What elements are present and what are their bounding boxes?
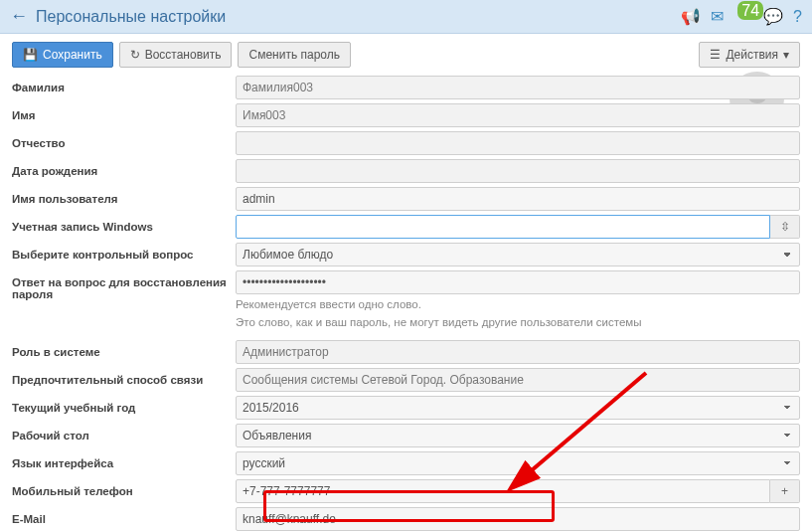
- mobile-input[interactable]: [236, 479, 770, 503]
- language-select[interactable]: русский: [236, 451, 800, 475]
- chat-icon[interactable]: 💬: [763, 7, 783, 26]
- label-email: E-Mail: [12, 507, 236, 525]
- hint-answer-2: Это слово, как и ваш пароль, не могут ви…: [236, 314, 800, 330]
- plus-icon: +: [781, 484, 788, 498]
- school-year-select[interactable]: 2015/2016: [236, 396, 800, 420]
- label-sec-question: Выберите контрольный вопрос: [12, 243, 236, 261]
- form: Фамилия Имя Отчество Дата рождения Имя п…: [0, 76, 812, 532]
- header-icon-group: 📢 ✉ 74 💬 ?: [681, 7, 802, 26]
- label-patronymic: Отчество: [12, 131, 236, 149]
- announcement-icon[interactable]: 📢: [681, 7, 701, 26]
- restore-button-label: Восстановить: [145, 48, 222, 62]
- page-title: Персональные настройки: [36, 8, 226, 26]
- restore-button[interactable]: ↻ Восстановить: [119, 42, 233, 68]
- windows-account-input[interactable]: [236, 215, 770, 239]
- label-contact-pref: Предпочтительный способ связи: [12, 368, 236, 386]
- label-role: Роль в системе: [12, 340, 236, 358]
- actions-dropdown[interactable]: ☰ Действия ▾: [699, 42, 800, 68]
- change-password-button[interactable]: Сменить пароль: [238, 42, 351, 68]
- save-button-label: Сохранить: [43, 48, 102, 62]
- help-icon[interactable]: ?: [793, 8, 802, 26]
- login-icon: ⇳: [780, 220, 790, 234]
- back-arrow-icon[interactable]: ←: [10, 6, 28, 27]
- hint-answer-1: Рекомендуется ввести одно слово.: [236, 296, 800, 312]
- surname-input[interactable]: [236, 76, 800, 99]
- menu-icon: ☰: [710, 48, 721, 62]
- birthdate-input[interactable]: [236, 159, 800, 183]
- messages-badge: 74: [737, 1, 763, 20]
- name-input[interactable]: [236, 103, 800, 127]
- label-win-account: Учетная запись Windows: [12, 215, 236, 233]
- contact-pref-input: [236, 368, 800, 392]
- save-icon: 💾: [23, 48, 38, 62]
- page-header: ← Персональные настройки 📢 ✉ 74 💬 ?: [0, 0, 812, 34]
- label-name: Имя: [12, 103, 236, 121]
- email-input[interactable]: [236, 507, 800, 531]
- role-input: [236, 340, 800, 364]
- restore-icon: ↻: [130, 48, 140, 62]
- label-birthdate: Дата рождения: [12, 159, 236, 177]
- label-desktop: Рабочий стол: [12, 424, 236, 442]
- label-lang: Язык интерфейса: [12, 451, 236, 469]
- label-school-year: Текущий учебный год: [12, 396, 236, 414]
- toolbar: 💾 Сохранить ↻ Восстановить Сменить парол…: [0, 34, 812, 76]
- username-input[interactable]: [236, 187, 800, 211]
- label-username: Имя пользователя: [12, 187, 236, 205]
- security-question-select[interactable]: Любимое блюдо: [236, 243, 800, 266]
- label-surname: Фамилия: [12, 76, 236, 93]
- label-sec-answer: Ответ на вопрос для восстановления парол…: [12, 270, 236, 300]
- label-mobile: Мобильный телефон: [12, 479, 236, 497]
- change-password-label: Сменить пароль: [248, 48, 340, 62]
- desktop-select[interactable]: Объявления: [236, 424, 800, 447]
- actions-label: Действия: [726, 48, 778, 62]
- security-answer-input[interactable]: [236, 270, 800, 294]
- mobile-plus-button[interactable]: +: [770, 479, 800, 503]
- save-button[interactable]: 💾 Сохранить: [12, 42, 113, 68]
- chevron-down-icon: ▾: [783, 48, 789, 62]
- patronymic-input[interactable]: [236, 131, 800, 155]
- login-icon-button[interactable]: ⇳: [770, 215, 800, 239]
- messages-icon[interactable]: ✉ 74: [711, 7, 753, 26]
